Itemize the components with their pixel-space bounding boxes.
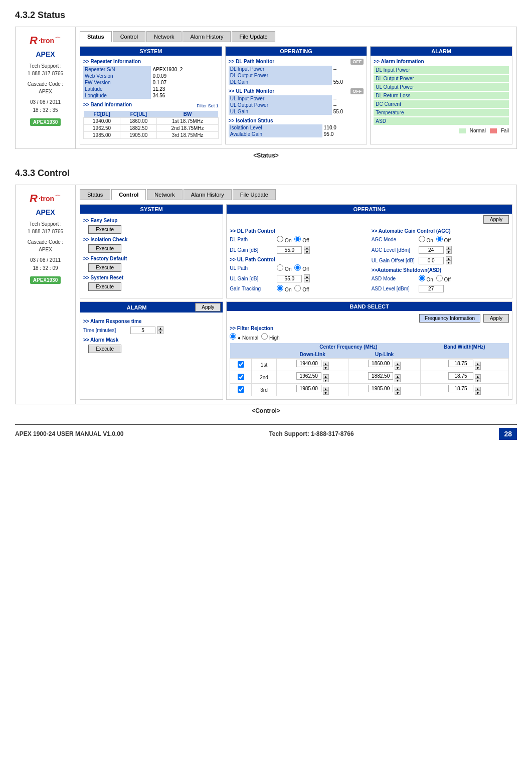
- ul-path-on-input[interactable]: [277, 264, 283, 271]
- band-row-2-bw[interactable]: [448, 372, 473, 380]
- filter-normal-input[interactable]: [230, 333, 236, 340]
- band-row-2-ul[interactable]: [368, 372, 393, 380]
- tab-control[interactable]: Control: [113, 31, 145, 42]
- alarm-apply-button[interactable]: Apply: [195, 303, 221, 312]
- dl-path-off-input[interactable]: [294, 236, 301, 242]
- band-row-3-ul-up[interactable]: ▲: [395, 387, 401, 391]
- band-row-2-check[interactable]: [238, 374, 244, 380]
- operating-apply-button[interactable]: Apply: [483, 215, 509, 224]
- band-row-3-bw-spinner: ▲ ▼: [475, 387, 481, 395]
- band-row-1-dl-up[interactable]: ▲: [323, 362, 329, 366]
- band-row-3-bw[interactable]: [448, 385, 473, 392]
- filter-high-radio[interactable]: High: [261, 333, 279, 341]
- ul-gain-label: UL Gain [dB]: [230, 276, 275, 281]
- band-apply-button[interactable]: Apply: [483, 314, 509, 323]
- gain-tracking-off-radio[interactable]: Off: [294, 285, 309, 292]
- field-value: --: [332, 72, 364, 79]
- ctrl-tab-file-update[interactable]: File Update: [233, 189, 276, 200]
- alarm-time-up[interactable]: ▲: [157, 326, 163, 330]
- band-row-1-bw[interactable]: [448, 360, 473, 367]
- ul-gain-offset-input[interactable]: [419, 257, 444, 264]
- band-row-1-ul[interactable]: [368, 360, 393, 367]
- ul-path-on-radio[interactable]: On: [277, 264, 291, 272]
- control-band-block: BAND SELECT Frequency Information Apply …: [226, 301, 512, 400]
- gain-tracking-on-radio[interactable]: On: [277, 285, 291, 292]
- band-row-2-dl-down[interactable]: ▼: [323, 378, 329, 382]
- dl-gain-input[interactable]: [277, 246, 302, 254]
- ul-path-off-input[interactable]: [294, 264, 301, 271]
- alarm-time-field-row: Time [minutes] ▲ ▼: [83, 326, 220, 334]
- band-row-3-dl[interactable]: [296, 385, 321, 392]
- agc-mode-on-input[interactable]: [419, 236, 425, 242]
- band-row-1-bw-down[interactable]: ▼: [475, 366, 481, 370]
- agc-level-down[interactable]: ▼: [446, 250, 452, 254]
- asd-mode-on-input[interactable]: [419, 275, 425, 281]
- band-row-3-ul-down[interactable]: ▼: [395, 391, 401, 395]
- control-top-row: SYSTEM >> Easy Setup Execute >> Isolatio…: [80, 204, 512, 298]
- freq-info-button[interactable]: Frequency Information: [419, 314, 480, 323]
- band-row-1-bw-up[interactable]: ▲: [475, 362, 481, 366]
- ctrl-tab-alarm-history[interactable]: Alarm History: [184, 189, 232, 200]
- ul-gain-offset-field-row: UL Gain Offset [dB] ▲ ▼: [372, 256, 509, 264]
- ctrl-tab-control[interactable]: Control: [111, 189, 146, 200]
- dl-path-off-radio[interactable]: Off: [294, 236, 309, 243]
- band-row-1-dl[interactable]: [296, 360, 321, 367]
- gain-tracking-off-input[interactable]: [294, 285, 301, 291]
- agc-level-up[interactable]: ▲: [446, 246, 452, 250]
- agc-mode-on-radio[interactable]: On: [419, 236, 433, 243]
- gain-tracking-on-input[interactable]: [277, 285, 283, 291]
- band-row-3-dl-up[interactable]: ▲: [323, 387, 329, 391]
- factory-default-button[interactable]: Execute: [88, 263, 121, 272]
- alarm-time-down[interactable]: ▼: [157, 330, 163, 334]
- band-row-2-bw-down[interactable]: ▼: [475, 378, 481, 382]
- band-row-2-bw-up[interactable]: ▲: [475, 374, 481, 378]
- ul-gain-down[interactable]: ▼: [304, 278, 310, 282]
- filter-high-input[interactable]: [261, 333, 268, 340]
- ul-gain-input[interactable]: [277, 275, 302, 282]
- tab-alarm-history[interactable]: Alarm History: [183, 31, 231, 42]
- band-row-1-ul-up[interactable]: ▲: [395, 362, 401, 366]
- band-row-3-check[interactable]: [238, 386, 244, 393]
- ul-gain-offset-down[interactable]: ▼: [446, 260, 452, 264]
- dl-gain-down[interactable]: ▼: [304, 250, 310, 254]
- dl-gain-up[interactable]: ▲: [304, 246, 310, 250]
- filter-normal-radio[interactable]: ● Normal: [230, 333, 258, 341]
- band-row-2-ul-up[interactable]: ▲: [395, 374, 401, 378]
- easy-setup-button[interactable]: Execute: [88, 225, 121, 234]
- ul-path-off-radio[interactable]: Off: [294, 264, 309, 272]
- ctrl-tab-network[interactable]: Network: [147, 189, 182, 200]
- tab-file-update[interactable]: File Update: [232, 31, 275, 42]
- isolation-check-button[interactable]: Execute: [88, 244, 121, 253]
- band-row-1-dl-down[interactable]: ▼: [323, 366, 329, 370]
- system-reset-button[interactable]: Execute: [88, 282, 121, 291]
- field-value: --: [332, 102, 364, 108]
- agc-mode-off-radio[interactable]: Off: [436, 236, 451, 243]
- agc-mode-off-input[interactable]: [436, 236, 443, 242]
- band-row-3-bw-down[interactable]: ▼: [475, 391, 481, 395]
- band-row-2-ul-down[interactable]: ▼: [395, 378, 401, 382]
- band-row-1-ul-down[interactable]: ▼: [395, 366, 401, 370]
- control-caption: <Control>: [15, 407, 517, 414]
- tab-status[interactable]: Status: [80, 31, 112, 42]
- asd-mode-off-input[interactable]: [436, 275, 443, 281]
- band-row-3-bw-up[interactable]: ▲: [475, 387, 481, 391]
- dl-path-on-radio[interactable]: On: [277, 236, 291, 243]
- agc-level-input[interactable]: [419, 246, 444, 254]
- alarm-time-input[interactable]: [130, 327, 155, 334]
- isolation-table: Isolation Level 110.0 Available Gain 95.…: [229, 124, 364, 137]
- band-row-2-dl[interactable]: [296, 372, 321, 380]
- asd-level-input[interactable]: [419, 285, 444, 292]
- band-row-3-dl-down[interactable]: ▼: [323, 391, 329, 395]
- tab-network[interactable]: Network: [146, 31, 182, 42]
- band-row-2-dl-up[interactable]: ▲: [323, 374, 329, 378]
- ctrl-tab-status[interactable]: Status: [80, 189, 110, 200]
- asd-mode-off-radio[interactable]: Off: [436, 275, 451, 282]
- alarm-mask-button[interactable]: Execute: [88, 345, 121, 353]
- ul-gain-offset-up[interactable]: ▲: [446, 256, 452, 260]
- asd-mode-on-radio[interactable]: On: [419, 275, 433, 282]
- dl-path-on-input[interactable]: [277, 236, 283, 242]
- band-row-1-check[interactable]: [238, 361, 244, 368]
- band-row-3-ul[interactable]: [368, 385, 393, 392]
- control-band-header: BAND SELECT: [227, 302, 512, 311]
- ul-gain-up[interactable]: ▲: [304, 274, 310, 278]
